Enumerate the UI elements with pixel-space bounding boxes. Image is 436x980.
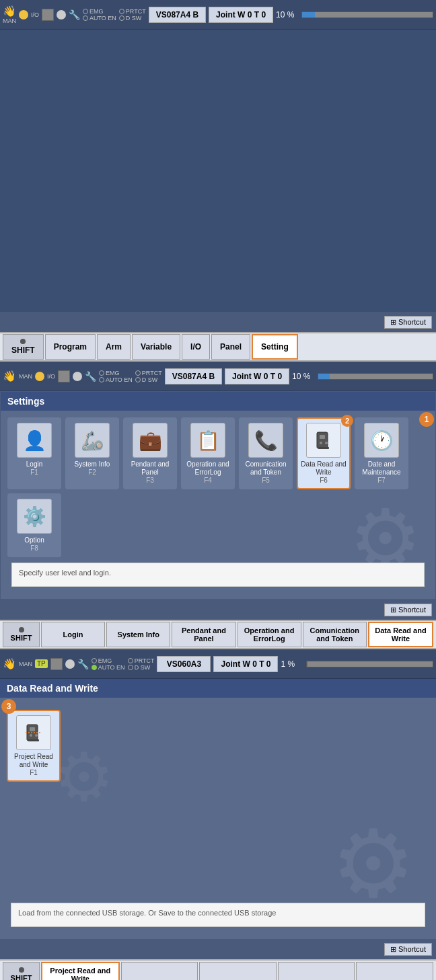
nav-io[interactable]: I/O: [182, 334, 210, 360]
subnav-pendant[interactable]: Pendant and Panel: [172, 622, 235, 647]
progress-bar-fill-3: [307, 661, 308, 667]
nav-program[interactable]: Program: [45, 334, 96, 360]
oplog-icon: 📋: [190, 423, 225, 458]
man-icon: 👋 MAN: [3, 5, 16, 24]
status-labels-3: EMG AUTO EN: [99, 370, 133, 383]
settings-date[interactable]: 🕐 Date and Maintenance F7: [355, 417, 408, 489]
man-icon-3: 👋: [3, 657, 16, 670]
svg-point-3: [325, 442, 328, 444]
mode-button-1[interactable]: Joint W 0 T 0: [209, 7, 273, 23]
settings-sysinfo[interactable]: 🦾 System Info F2: [65, 417, 119, 489]
indicator-white: [57, 10, 66, 19]
project-read-write[interactable]: Project Read and Write F1: [7, 710, 61, 782]
settings-option[interactable]: ⚙️ Option F8: [7, 493, 61, 557]
settings-pendant[interactable]: 💼 Pendant and Panel F3: [123, 417, 177, 489]
shift-button-1[interactable]: SHIFT: [3, 334, 44, 360]
settings-icon-grid: 👤 Login F1 🦾 System Info F2 💼 Pendant an…: [7, 417, 429, 557]
nav-variable[interactable]: Variable: [132, 334, 180, 360]
bottom-nav-bar: SHIFT Project Read and Write: [0, 959, 436, 980]
shortcut-bar-2: ⊞ Shortcut: [0, 600, 436, 620]
nav-bar-1: SHIFT Program Arm Variable I/O Panel Set…: [0, 332, 436, 362]
device-button-3[interactable]: VS060A3: [157, 656, 211, 672]
subnav-login[interactable]: Login: [41, 622, 105, 647]
svg-rect-1: [320, 435, 325, 439]
data-rw-hint: Load from the connected USB storage. Or …: [11, 903, 425, 927]
stop-btn-2[interactable]: [58, 370, 70, 382]
settings-hint-text: Specify user level and login.: [19, 569, 111, 577]
main-viewport: [0, 30, 436, 312]
settings-comms[interactable]: 📞 Comunication and Token F5: [239, 417, 293, 489]
step-badge-1: 1: [419, 412, 434, 427]
autoen-radio: [83, 15, 88, 21]
indicator-white-2: [73, 372, 82, 381]
settings-dataread[interactable]: Data Read and Write F6 2: [297, 417, 351, 489]
date-icon: 🕐: [364, 423, 399, 458]
bottom-nav-empty-4[interactable]: [356, 962, 433, 980]
svg-rect-9: [28, 739, 39, 741]
data-rw-header: Data Read and Write: [0, 679, 436, 698]
step-badge-3: 3: [1, 699, 16, 714]
stop-btn[interactable]: [42, 9, 54, 21]
status-labels-4: PRTCT D SW: [135, 370, 162, 383]
svg-point-2: [320, 442, 322, 444]
step-badge-2: 2: [341, 415, 353, 427]
settings-content: 1 👤 Login F1 🦾 System Info F2 💼 Pendant …: [1, 411, 435, 599]
mode-button-2[interactable]: Joint W 0 T 0: [225, 368, 289, 384]
shortcut-icon-3: ⊞: [390, 945, 396, 954]
bottom-nav-project-rw[interactable]: Project Read and Write: [41, 962, 120, 980]
device-button-2[interactable]: VS087A4 B: [165, 368, 222, 384]
status-labels-5: EMG AUTO EN: [92, 657, 125, 671]
progress-bar-3: [306, 661, 433, 667]
shortcut-icon-1: ⊞: [390, 318, 396, 327]
progress-container-3: 1 %: [281, 659, 433, 669]
status-labels-6: PRTCT D SW: [128, 657, 155, 671]
sysinfo-icon: 🦾: [75, 423, 110, 458]
wrench-icon-2: 🔧: [85, 371, 96, 382]
shortcut-button-1[interactable]: ⊞ Shortcut: [384, 316, 432, 329]
shortcut-label-1: Shortcut: [398, 318, 426, 326]
shortcut-label-3: Shortcut: [398, 945, 426, 953]
prtct-radio: [119, 9, 124, 14]
svg-point-8: [35, 734, 38, 737]
shortcut-icon-2: ⊞: [390, 606, 396, 614]
bottom-nav-empty-2[interactable]: [199, 962, 277, 980]
percent-label-1: 10 %: [276, 10, 297, 19]
svg-rect-4: [318, 447, 329, 449]
dataread-icon: [306, 423, 341, 458]
progress-bar-2: [318, 373, 433, 380]
progress-bar-fill-2: [318, 374, 330, 379]
shortcut-button-3[interactable]: ⊞ Shortcut: [384, 943, 432, 956]
subnav-bar: SHIFT Login System Info Pendant and Pane…: [0, 620, 436, 649]
status-labels-2: PRTCT D SW: [119, 8, 146, 22]
progress-bar-1: [301, 11, 433, 18]
subnav-comms[interactable]: Comunication and Token: [303, 622, 367, 647]
mode-button-3[interactable]: Joint W 0 T 0: [213, 656, 278, 672]
dsw-radio: [119, 15, 124, 21]
settings-panel: Settings 1 👤 Login F1 🦾 System Info F2 💼…: [0, 391, 436, 600]
subnav-oplog[interactable]: Operation and ErrorLog: [238, 622, 301, 647]
stop-btn-3[interactable]: [50, 658, 63, 670]
shift-button-3[interactable]: SHIFT: [3, 962, 40, 980]
status-labels: EMG AUTO EN: [83, 8, 116, 22]
settings-oplog[interactable]: 📋 Operation and ErrorLog F4: [181, 417, 235, 489]
subnav-dataread[interactable]: Data Read and Write: [368, 622, 433, 647]
shift-button-2[interactable]: SHIFT: [3, 622, 40, 647]
bottom-nav-empty-1[interactable]: [121, 962, 198, 980]
progress-bar-fill-1: [302, 12, 315, 17]
status-bar-2: 👋 MAN I/O 🔧 EMG AUTO EN PRTCT D SW VS087…: [0, 362, 436, 391]
settings-login[interactable]: 👤 Login F1: [7, 417, 61, 489]
project-usb-svg: [23, 722, 44, 743]
nav-arm[interactable]: Arm: [97, 334, 131, 360]
nav-setting[interactable]: Setting: [252, 334, 298, 360]
progress-container-1: 10 %: [276, 10, 433, 19]
emg-radio: [83, 9, 88, 14]
project-rw-icon: [16, 715, 51, 750]
bottom-nav-empty-3[interactable]: [278, 962, 355, 980]
shortcut-button-2[interactable]: ⊞ Shortcut: [384, 604, 432, 616]
device-button-1[interactable]: VS087A4 B: [149, 7, 206, 23]
settings-title: Settings: [7, 396, 44, 407]
shortcut-label-2: Shortcut: [398, 606, 426, 614]
nav-panel[interactable]: Panel: [211, 334, 250, 360]
subnav-sysinfo[interactable]: System Info: [106, 622, 170, 647]
status-bar-3: 👋 MAN TP 🔧 EMG AUTO EN PRTCT D SW VS060A…: [0, 649, 436, 679]
